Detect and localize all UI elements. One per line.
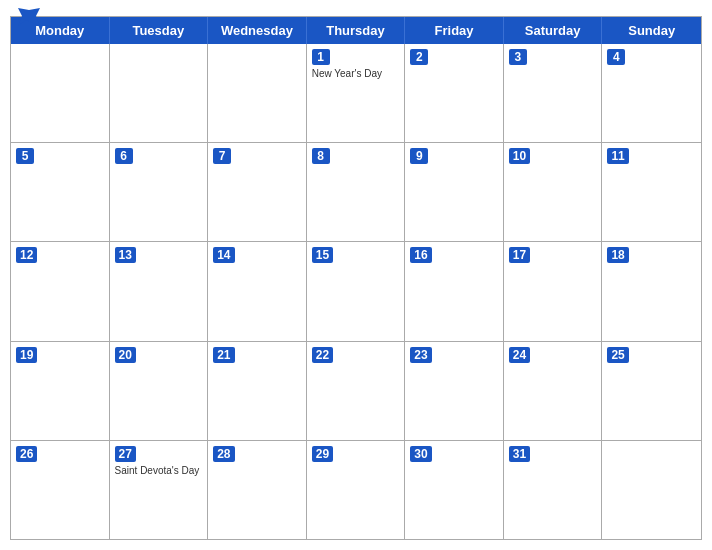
week-row-1: 1New Year's Day234 (11, 44, 701, 143)
calendar-cell: 10 (504, 143, 603, 241)
header-day-thursday: Thursday (307, 17, 406, 44)
calendar-cell: 3 (504, 44, 603, 142)
calendar-cell (602, 441, 701, 539)
header-day-wednesday: Wednesday (208, 17, 307, 44)
cell-date-number: 24 (509, 347, 530, 363)
logo (16, 8, 40, 26)
calendar-cell: 13 (110, 242, 209, 340)
week-row-4: 19202122232425 (11, 342, 701, 441)
logo-bird-icon (18, 8, 40, 26)
calendar-cell: 26 (11, 441, 110, 539)
cell-date-number: 22 (312, 347, 333, 363)
cell-date-number: 4 (607, 49, 625, 65)
calendar-cell: 19 (11, 342, 110, 440)
calendar-cell: 7 (208, 143, 307, 241)
cell-date-number: 29 (312, 446, 333, 462)
calendar-cell: 30 (405, 441, 504, 539)
calendar-cell: 11 (602, 143, 701, 241)
calendar-cell: 8 (307, 143, 406, 241)
cell-date-number: 28 (213, 446, 234, 462)
calendar-body: 1New Year's Day2345678910111213141516171… (11, 44, 701, 539)
calendar-cell (208, 44, 307, 142)
calendar-header: MondayTuesdayWednesdayThursdayFridaySatu… (11, 17, 701, 44)
cell-date-number: 13 (115, 247, 136, 263)
cell-date-number: 15 (312, 247, 333, 263)
cell-date-number: 10 (509, 148, 530, 164)
calendar-cell: 20 (110, 342, 209, 440)
calendar-cell: 9 (405, 143, 504, 241)
calendar-cell: 23 (405, 342, 504, 440)
cell-date-number: 11 (607, 148, 628, 164)
calendar-cell: 6 (110, 143, 209, 241)
cell-date-number: 1 (312, 49, 330, 65)
calendar-cell: 21 (208, 342, 307, 440)
cell-date-number: 8 (312, 148, 330, 164)
calendar-cell: 28 (208, 441, 307, 539)
calendar-cell: 15 (307, 242, 406, 340)
cell-date-number: 27 (115, 446, 136, 462)
cell-date-number: 3 (509, 49, 527, 65)
calendar-cell: 2 (405, 44, 504, 142)
svg-marker-0 (18, 8, 40, 26)
cell-event-label: Saint Devota's Day (115, 464, 203, 477)
calendar-page: MondayTuesdayWednesdayThursdayFridaySatu… (0, 0, 712, 550)
calendar-cell: 24 (504, 342, 603, 440)
calendar-cell: 31 (504, 441, 603, 539)
cell-date-number: 16 (410, 247, 431, 263)
cell-date-number: 18 (607, 247, 628, 263)
calendar-cell: 27Saint Devota's Day (110, 441, 209, 539)
week-row-5: 2627Saint Devota's Day28293031 (11, 441, 701, 539)
calendar-cell: 1New Year's Day (307, 44, 406, 142)
header-day-tuesday: Tuesday (110, 17, 209, 44)
cell-date-number: 2 (410, 49, 428, 65)
calendar-grid: MondayTuesdayWednesdayThursdayFridaySatu… (10, 16, 702, 540)
header-day-friday: Friday (405, 17, 504, 44)
calendar-cell: 22 (307, 342, 406, 440)
cell-event-label: New Year's Day (312, 67, 400, 80)
page-header (0, 0, 712, 16)
cell-date-number: 20 (115, 347, 136, 363)
week-row-2: 567891011 (11, 143, 701, 242)
cell-date-number: 5 (16, 148, 34, 164)
cell-date-number: 21 (213, 347, 234, 363)
cell-date-number: 30 (410, 446, 431, 462)
calendar-cell (110, 44, 209, 142)
cell-date-number: 7 (213, 148, 231, 164)
header-day-saturday: Saturday (504, 17, 603, 44)
cell-date-number: 23 (410, 347, 431, 363)
cell-date-number: 31 (509, 446, 530, 462)
calendar-cell (11, 44, 110, 142)
cell-date-number: 17 (509, 247, 530, 263)
cell-date-number: 25 (607, 347, 628, 363)
week-row-3: 12131415161718 (11, 242, 701, 341)
cell-date-number: 12 (16, 247, 37, 263)
calendar-cell: 4 (602, 44, 701, 142)
cell-date-number: 6 (115, 148, 133, 164)
cell-date-number: 14 (213, 247, 234, 263)
calendar-cell: 25 (602, 342, 701, 440)
calendar-cell: 12 (11, 242, 110, 340)
cell-date-number: 9 (410, 148, 428, 164)
calendar-cell: 14 (208, 242, 307, 340)
header-day-sunday: Sunday (602, 17, 701, 44)
calendar-cell: 16 (405, 242, 504, 340)
calendar-cell: 17 (504, 242, 603, 340)
calendar-cell: 18 (602, 242, 701, 340)
calendar-cell: 29 (307, 441, 406, 539)
cell-date-number: 26 (16, 446, 37, 462)
cell-date-number: 19 (16, 347, 37, 363)
calendar-cell: 5 (11, 143, 110, 241)
